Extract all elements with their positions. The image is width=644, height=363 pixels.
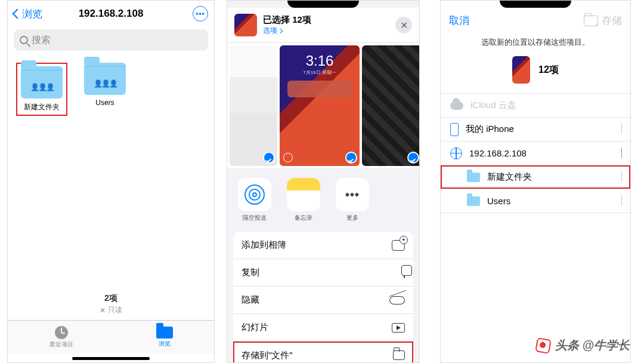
location-row[interactable]: 我的 iPhone bbox=[441, 118, 630, 141]
share-action[interactable]: 复制 bbox=[233, 259, 413, 287]
more-icon: ••• bbox=[345, 188, 360, 202]
share-app[interactable]: 备忘录 bbox=[287, 178, 320, 222]
location-label: 新建文件夹 bbox=[487, 171, 532, 183]
location-row[interactable]: 192.168.2.108 bbox=[441, 141, 630, 165]
hide-icon bbox=[389, 296, 405, 304]
copy-icon bbox=[404, 267, 405, 278]
selected-check-icon bbox=[345, 152, 357, 164]
lockscreen-time: 3:16 bbox=[306, 53, 334, 69]
save-item-summary: 12项 bbox=[441, 56, 630, 93]
home-indicator[interactable] bbox=[72, 357, 150, 360]
folder-label: Users bbox=[79, 99, 131, 107]
location-label: 我的 iPhone bbox=[466, 124, 514, 135]
folder-icon bbox=[467, 196, 480, 206]
search-icon bbox=[20, 36, 28, 44]
nav-bar: 浏览 192.168.2.108 ••• bbox=[8, 1, 214, 27]
summary-thumbnail bbox=[512, 56, 530, 84]
notes-icon bbox=[287, 178, 320, 211]
nav-title: 192.168.2.108 bbox=[8, 8, 214, 20]
phone-save-location: 取消 存储 选取新的位置以存储这些项目。 12项 iCloud 云盘我的 iPh… bbox=[440, 0, 631, 363]
photo-thumb[interactable] bbox=[230, 45, 277, 166]
action-label: 隐藏 bbox=[242, 294, 259, 306]
phone-files-app: 浏览 192.168.2.108 ••• 搜索 👤👤👤 新建文件夹👤👤👤 Use… bbox=[7, 0, 215, 363]
folder-label: 新建文件夹 bbox=[20, 102, 64, 112]
share-action[interactable]: 存储到"文件" bbox=[233, 342, 413, 363]
save-to-files-icon bbox=[393, 350, 405, 360]
chevron-down-icon bbox=[621, 147, 622, 158]
action-label: 幻灯片 bbox=[242, 322, 268, 333]
search-input[interactable]: 搜索 bbox=[14, 29, 208, 51]
new-folder-icon bbox=[584, 16, 598, 26]
add-to-album-icon bbox=[392, 240, 405, 251]
location-list: iCloud 云盘我的 iPhone192.168.2.108新建文件夹User… bbox=[441, 93, 630, 213]
save-header: 取消 存储 bbox=[441, 8, 630, 33]
unselected-circle-icon bbox=[283, 153, 293, 162]
photo-thumb[interactable]: 3:16 7月19日 星期一 bbox=[280, 45, 360, 166]
close-icon: ✕ bbox=[400, 20, 408, 31]
options-button[interactable]: 选项 bbox=[263, 26, 311, 36]
iphone-icon bbox=[450, 123, 459, 136]
cancel-button[interactable]: 取消 bbox=[449, 14, 469, 27]
search-placeholder: 搜索 bbox=[32, 34, 51, 47]
location-row: iCloud 云盘 bbox=[441, 94, 630, 118]
chevron-right-icon bbox=[278, 28, 283, 33]
notch bbox=[500, 1, 571, 8]
lockscreen-date: 7月19日 星期一 bbox=[303, 69, 336, 76]
folder-item[interactable]: 👤👤👤 新建文件夹 bbox=[16, 63, 67, 116]
share-action[interactable]: 隐藏 bbox=[233, 287, 413, 314]
shared-folder-icon: 👤👤👤 bbox=[84, 63, 126, 95]
shared-folder-icon: 👤👤👤 bbox=[21, 66, 63, 99]
folder-item[interactable]: 👤👤👤 Users bbox=[79, 63, 131, 116]
readonly-indicator: ✕ 只读 bbox=[8, 305, 214, 320]
slideshow-icon bbox=[392, 323, 405, 333]
share-app[interactable]: •••更多 bbox=[336, 178, 369, 222]
tab-recent[interactable]: 最近项目 bbox=[49, 326, 73, 349]
summary-count: 12项 bbox=[538, 64, 559, 76]
share-app-label: 隔空投送 bbox=[238, 214, 271, 222]
share-header: 已选择 12项 选项 ✕ bbox=[227, 8, 419, 43]
save-button[interactable]: 存储 bbox=[584, 14, 622, 27]
location-label: 192.168.2.108 bbox=[469, 148, 527, 158]
selected-check-icon bbox=[407, 152, 419, 164]
clock-icon bbox=[55, 326, 68, 339]
share-header-text: 已选择 12项 选项 bbox=[263, 14, 311, 36]
folder-icon bbox=[156, 327, 173, 339]
chevron-right-icon bbox=[621, 171, 622, 182]
share-action[interactable]: 添加到相簿 bbox=[233, 232, 413, 259]
globe-icon bbox=[450, 147, 462, 159]
location-label: Users bbox=[487, 196, 510, 206]
location-row[interactable]: Users bbox=[441, 189, 630, 213]
share-app[interactable]: 隔空投送 bbox=[238, 178, 271, 222]
action-label: 复制 bbox=[242, 267, 259, 278]
chevron-right-icon bbox=[621, 195, 622, 206]
share-apps-row[interactable]: 隔空投送备忘录•••更多 bbox=[227, 168, 419, 232]
photo-thumb[interactable] bbox=[362, 45, 419, 166]
save-instruction: 选取新的位置以存储这些项目。 bbox=[441, 33, 630, 56]
tab-browse[interactable]: 浏览 bbox=[156, 327, 173, 348]
action-label: 存储到"文件" bbox=[242, 350, 293, 361]
selected-photos-row[interactable]: 3:16 7月19日 星期一 bbox=[227, 43, 419, 168]
close-x-icon: ✕ bbox=[100, 306, 106, 315]
share-action[interactable]: 幻灯片 bbox=[233, 314, 413, 342]
action-label: 添加到相簿 bbox=[242, 239, 286, 251]
selected-check-icon bbox=[263, 152, 275, 164]
item-count: 2项 bbox=[8, 293, 214, 305]
airdrop-icon bbox=[244, 184, 265, 205]
lockscreen-notif bbox=[287, 81, 352, 97]
bottom-area: 2项 ✕ 只读 最近项目 浏览 bbox=[8, 293, 214, 362]
notch bbox=[287, 1, 359, 8]
share-thumbnail bbox=[234, 14, 257, 36]
watermark-icon bbox=[535, 337, 552, 354]
share-actions-list: 添加到相簿复制隐藏幻灯片存储到"文件" bbox=[233, 232, 413, 363]
close-button[interactable]: ✕ bbox=[395, 17, 412, 33]
share-app-label: 更多 bbox=[336, 214, 369, 222]
location-label: iCloud 云盘 bbox=[470, 100, 516, 111]
folder-grid: 👤👤👤 新建文件夹👤👤👤 Users bbox=[8, 57, 214, 122]
tab-bar: 最近项目 浏览 bbox=[8, 320, 214, 353]
chevron-right-icon bbox=[621, 124, 622, 134]
folder-icon bbox=[467, 173, 480, 182]
location-row[interactable]: 新建文件夹 bbox=[441, 165, 630, 189]
watermark: 头条 @牛学长 bbox=[536, 337, 630, 353]
selected-count: 已选择 12项 bbox=[263, 14, 311, 26]
icloud-icon bbox=[450, 101, 463, 110]
